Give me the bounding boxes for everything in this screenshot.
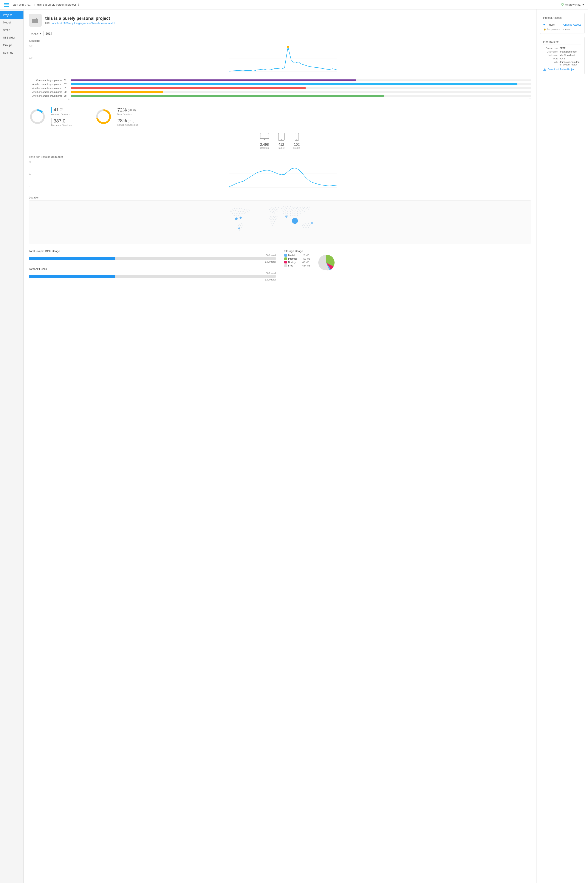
bar-value-1: 97 [64,83,69,85]
mobile-count: 102 [293,143,300,147]
svg-point-18 [281,139,282,140]
mobile-label: Mobile [293,147,300,149]
new-sessions-stat: 72% (2088) New Sessions [117,107,138,115]
dcu-usage-block: Total Project DCU Usage 500 used 1,400 t… [29,249,276,263]
project-header: this is a purely personal project URL: l… [29,14,531,27]
svg-point-187 [304,225,305,226]
svg-point-169 [295,213,296,213]
sidebar-item-project[interactable]: Project [0,11,24,19]
svg-point-135 [288,209,289,210]
svg-point-20 [297,139,297,140]
svg-point-185 [310,224,311,225]
project-url-row: URL: localhost:3000/app/things-go-here/t… [45,22,116,25]
svg-point-114 [282,207,283,207]
sidebar-item-settings[interactable]: Settings [0,49,24,56]
project-access-title: Project Access [543,16,581,21]
svg-point-34 [246,210,247,210]
y-200: 200 [29,57,33,59]
bar-value-2: 51 [64,87,69,89]
info-icon[interactable]: ℹ [78,3,79,6]
svg-point-144 [303,208,304,209]
svg-rect-1 [4,4,9,5]
desktop-label: Desktop [260,147,269,149]
change-access-link[interactable]: Change Access [564,23,581,26]
dcu-title: Total Project DCU Usage [29,249,276,253]
new-sessions-label: New Sessions [117,113,138,115]
svg-point-134 [286,208,287,209]
month-selector[interactable]: August ▾ [29,31,44,36]
sidebar-item-groups[interactable]: Groups [0,41,24,49]
svg-point-85 [278,209,278,210]
svg-point-153 [290,211,291,212]
legend-nodejs: Node.js 46 MB [284,261,310,264]
bar-row-2: Another sample group name 51 [29,87,531,89]
svg-point-89 [275,210,276,211]
device-desktop: 2,498 Desktop [260,133,269,149]
svg-point-168 [294,213,294,214]
sidebar-item-static[interactable]: Static [0,26,24,34]
svg-point-161 [304,211,305,212]
svg-point-55 [241,213,242,214]
svg-point-56 [243,213,243,214]
svg-point-59 [234,215,235,216]
ft-path-row: Path: /things-go-here/the-url-doesnt-mat… [543,61,581,66]
svg-point-36 [249,210,250,211]
legend-nodejs-val: 46 MB [302,261,309,264]
svg-point-192 [305,227,306,228]
month-label: August [31,32,39,35]
svg-point-82 [272,209,273,210]
storage-block: Storage Usage Model 20 MB Interface 300 … [284,249,531,281]
svg-point-143 [302,209,302,210]
svg-point-172 [300,213,302,214]
tablet-icon [278,133,285,141]
user-dropdown-icon[interactable]: ▼ [582,3,585,6]
ft-port-row: Port: 9042 [543,57,581,60]
svg-point-193 [306,227,308,228]
ft-path-key: Path: [543,61,558,66]
svg-point-46 [245,211,246,213]
svg-point-43 [240,211,241,212]
bar-label-2: Another sample group name [29,87,62,89]
access-row: 👁 Public Change Access [543,23,581,27]
svg-point-76 [273,208,274,208]
svg-point-195 [235,217,238,220]
max-stat: 387.0 Maximum Sessions [51,118,72,127]
svg-point-79 [278,207,279,208]
svg-point-177 [292,214,293,216]
download-entire-project-link[interactable]: Download Entire Project [543,68,581,71]
svg-point-74 [270,208,270,208]
svg-point-57 [244,213,245,214]
project-icon [29,14,42,27]
bar-outer-1 [71,83,531,85]
sidebar-item-model[interactable]: Model [0,19,24,26]
api-bar-inner [29,275,115,278]
legend-free: Free 634 MB [284,264,310,267]
svg-point-149 [284,211,284,212]
bar-row-3: Another sample group name 20 [29,91,531,93]
svg-point-124 [299,207,300,207]
svg-point-112 [273,223,274,224]
svg-point-58 [232,214,234,216]
svg-point-155 [294,211,294,212]
svg-point-42 [238,211,239,212]
svg-point-190 [309,225,310,226]
svg-point-78 [277,208,278,208]
month-dropdown-icon: ▾ [40,32,41,35]
svg-point-70 [241,227,242,228]
usage-row: Total Project DCU Usage 500 used 1,400 t… [29,249,531,281]
legend-interface-val: 300 MB [302,258,310,260]
svg-point-30 [239,208,240,209]
svg-point-49 [231,213,231,213]
header-project-name: this is a purely personal project [37,3,76,6]
svg-point-199 [311,222,313,224]
project-url-link[interactable]: localhost:3000/app/things-go-here/the-ur… [52,22,116,25]
bar-outer-0 [71,79,531,81]
svg-point-60 [236,214,237,216]
svg-point-94 [270,216,270,217]
svg-point-127 [304,207,305,208]
ft-hostname-key: Hostname: [543,54,558,56]
svg-point-72 [240,229,241,229]
sidebar-item-ui-builder[interactable]: UI Builder [0,34,24,41]
svg-point-65 [243,224,243,225]
legend-model: Model 20 MB [284,254,310,256]
